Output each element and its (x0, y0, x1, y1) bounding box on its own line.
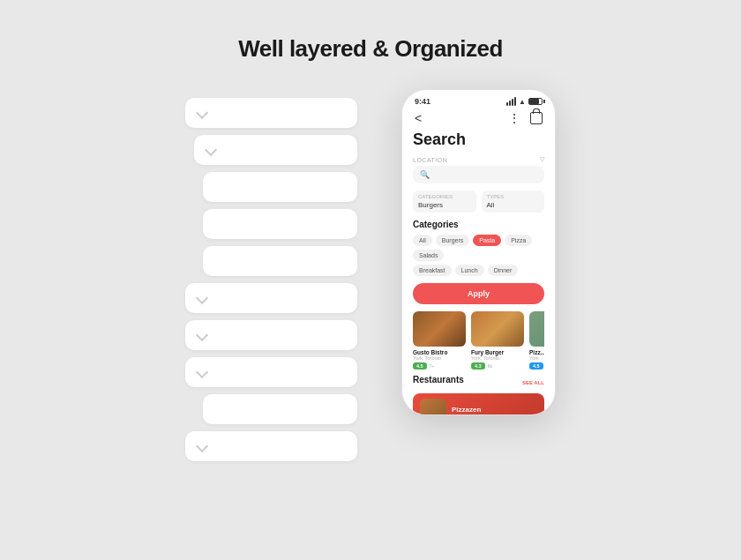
tags-row-1: All Burgers Pasta Pizza Salads (413, 235, 544, 261)
restaurant-loc-2: York, Toronto (471, 355, 524, 361)
page-title: Well layered & Organized (238, 35, 503, 63)
review-count-2: 6k (488, 363, 492, 369)
restaurant-card-1[interactable]: Gusto Bistro York, Toronto 4.5 7+ (413, 311, 466, 370)
restaurant-image-3 (529, 311, 544, 347)
restaurant-card-2[interactable]: Fury Burger York, Toronto 4.3 6k (471, 311, 524, 370)
back-button[interactable]: < (415, 111, 422, 125)
restaurant-name-1: Gusto Bistro (413, 349, 466, 355)
tag-pasta[interactable]: Pasta (473, 235, 501, 246)
wifi-icon: ▲ (519, 98, 526, 106)
location-label: LOCATION ▽ (413, 156, 544, 163)
rating-badge-2: 4.3 (471, 362, 485, 370)
search-icon: 🔍 (420, 170, 430, 179)
layer-card-2[interactable] (194, 135, 357, 165)
types-label: TYPES (487, 194, 540, 199)
categories-label: CATEGORIES (418, 194, 471, 199)
filter-icon[interactable]: ▽ (540, 156, 545, 163)
left-panel (185, 98, 357, 461)
layer-card-1[interactable] (185, 98, 357, 128)
chevron-icon-2 (205, 144, 217, 156)
layer-card-6[interactable] (185, 283, 357, 313)
phone-content: Search LOCATION ▽ 🔍 CATEGORIES Burgers T… (402, 131, 555, 415)
status-time: 9:41 (415, 97, 430, 106)
tag-pizza[interactable]: Pizza (505, 235, 532, 246)
signal-icon (506, 97, 516, 106)
chevron-icon-8 (196, 366, 208, 378)
review-count-1: 7+ (430, 363, 435, 369)
restaurant-loc-1: York, Toronto (413, 355, 466, 361)
bag-icon[interactable] (530, 112, 543, 124)
bottom-restaurant-card[interactable]: Pizzazen North York, Toronto (413, 393, 544, 415)
categories-dropdown[interactable]: CATEGORIES Burgers (413, 190, 476, 213)
status-icons: ▲ (506, 97, 543, 106)
nav-bar: < ⋮ (402, 109, 555, 131)
layer-card-10[interactable] (185, 431, 357, 461)
restaurants-section-title: Restaurants (413, 375, 464, 385)
battery-icon (528, 98, 543, 105)
more-options-icon[interactable]: ⋮ (508, 111, 521, 125)
categories-section-title: Categories (413, 220, 544, 229)
restaurants-row: Gusto Bistro York, Toronto 4.5 7+ Fury B… (413, 311, 544, 370)
layer-card-8[interactable] (185, 357, 357, 387)
tag-salads[interactable]: Salads (413, 250, 444, 261)
search-input-row[interactable]: 🔍 (413, 166, 544, 183)
tag-lunch[interactable]: Lunch (455, 265, 484, 276)
restaurants-section-header: Restaurants SEE ALL (413, 375, 544, 390)
layer-card-4 (203, 209, 357, 239)
nav-icons: ⋮ (508, 111, 543, 125)
bottom-restaurant-name: Pizzazen (452, 406, 497, 414)
restaurant-card-3[interactable]: Pizz... York 4.5 (529, 311, 544, 370)
bottom-restaurant-image (420, 399, 446, 415)
tag-breakfast[interactable]: Breakfast (413, 265, 452, 276)
restaurant-name-3: Pizz... (529, 349, 544, 355)
dropdowns-row: CATEGORIES Burgers TYPES All (413, 190, 544, 213)
screen-title: Search (413, 131, 544, 149)
restaurant-name-2: Fury Burger (471, 349, 524, 355)
chevron-icon-1 (196, 107, 208, 119)
categories-value: Burgers (418, 201, 471, 209)
apply-button[interactable]: Apply (413, 283, 544, 304)
layer-card-5 (203, 246, 357, 276)
chevron-icon-10 (196, 440, 208, 452)
chevron-icon-7 (196, 329, 208, 341)
tags-row-2: Breakfast Lunch Dinner (413, 265, 544, 276)
rating-badge-1: 4.5 (413, 362, 427, 370)
types-value: All (487, 201, 540, 209)
phone-mockup: 9:41 ▲ < ⋮ S (401, 89, 556, 415)
restaurant-image-2 (471, 311, 524, 347)
chevron-icon-6 (196, 292, 208, 304)
restaurant-image-1 (413, 311, 466, 347)
tag-dinner[interactable]: Dinner (488, 265, 519, 276)
rating-badge-3: 4.5 (529, 362, 543, 370)
layer-card-9 (203, 394, 357, 424)
layer-card-7[interactable] (185, 320, 357, 350)
bottom-restaurant-location: North York, Toronto (452, 414, 497, 416)
restaurant-loc-3: York (529, 355, 544, 361)
status-bar: 9:41 ▲ (402, 90, 555, 109)
types-dropdown[interactable]: TYPES All (482, 190, 545, 213)
layer-card-3 (203, 172, 357, 202)
tag-all[interactable]: All (413, 235, 432, 246)
see-all-button[interactable]: SEE ALL (522, 380, 544, 385)
tag-burgers[interactable]: Burgers (436, 235, 470, 246)
